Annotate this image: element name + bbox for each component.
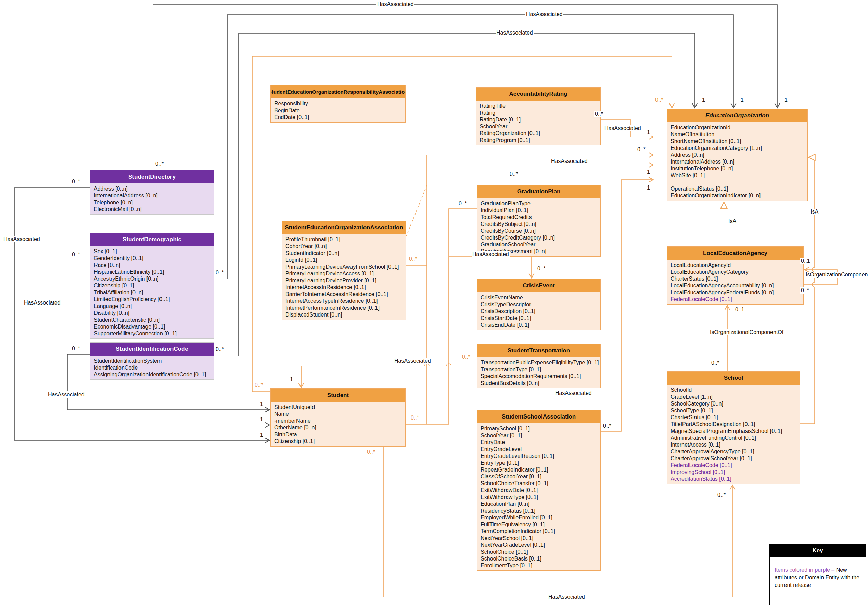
attribute-row: AssigningOrganizationIdentificationCode … bbox=[94, 371, 210, 378]
multiplicity-label: 1 bbox=[740, 97, 744, 103]
attribute-row: GradeLevel [1..n] bbox=[671, 393, 797, 400]
entity-accountability-rating: AccountabilityRatingRatingTitleRatingRat… bbox=[476, 87, 601, 145]
entity-title: StudentIdentificationCode bbox=[90, 342, 214, 356]
attribute-row: TransportationType [0..1] bbox=[480, 366, 597, 373]
attribute-row: InternationalAddress [0..n] bbox=[94, 192, 210, 199]
multiplicity-label: 0..* bbox=[71, 252, 81, 258]
attribute-row: InstitutionTelephone [0..n] bbox=[671, 165, 804, 172]
attribute-row: FederalLocaleCode [0..1] bbox=[671, 296, 800, 303]
entity-school: SchoolSchoolIdGradeLevel [1..n]SchoolCat… bbox=[667, 371, 800, 484]
attribute-row: InternetAccessInResidence [0..1] bbox=[285, 284, 403, 291]
attribute-row: CharterStatus [0..1] bbox=[671, 414, 797, 421]
attribute-row: EducationOrganizationCategory [1..n] bbox=[671, 145, 804, 152]
attribute-row: Disability [0..n] bbox=[94, 310, 210, 317]
attribute-row: Name bbox=[274, 411, 402, 418]
attribute-row: -memberName bbox=[274, 418, 402, 424]
entity-title: GraduationPlan bbox=[477, 185, 600, 198]
attribute-row: LocalEducationAgencyFederalFunds [0..n] bbox=[671, 289, 800, 296]
multiplicity-label: 1 bbox=[701, 97, 706, 103]
multiplicity-label: 0..* bbox=[458, 201, 468, 207]
multiplicity-label: 0..* bbox=[602, 423, 612, 429]
attribute-row: Race [0..n] bbox=[94, 262, 210, 269]
attribute-row: ShortNameOfInstitution [0..1] bbox=[671, 138, 804, 145]
entity-attributes: LocalEducationAgencyIdLocalEducationAgen… bbox=[667, 260, 803, 305]
attribute-row: HispanicLatinoEthnicity [0..1] bbox=[94, 269, 210, 275]
key-box: Key Items colored in purple – New attrib… bbox=[769, 544, 866, 605]
entity-attributes: TransportationPublicExpenseEligibilityTy… bbox=[477, 357, 600, 389]
attribute-row: EducationOrganizationId bbox=[671, 124, 804, 131]
attribute-row: OtherName [0..n] bbox=[274, 424, 402, 431]
attribute-row: BeginDate bbox=[274, 107, 402, 114]
attribute-row: OperationalStatus [0..1] bbox=[671, 186, 804, 192]
entity-title: Student bbox=[271, 389, 405, 402]
attribute-row: StudentCharacteristic [0..n] bbox=[94, 317, 210, 323]
attribute-row: FederalLocaleCode [0..1] bbox=[671, 462, 797, 469]
multiplicity-label: 0..* bbox=[637, 147, 646, 153]
attribute-row: GraduationSchoolYear bbox=[480, 241, 597, 248]
connector-crisisevent bbox=[449, 257, 532, 277]
attribute-row: Telephone [0..n] bbox=[94, 199, 210, 206]
entity-local-education-agency: LocalEducationAgencyLocalEducationAgency… bbox=[667, 246, 804, 305]
attribute-row: TitleIPartASchoolDesignation [0..1] bbox=[671, 421, 797, 428]
attribute-row: TransportationPublicExpenseEligibilityTy… bbox=[480, 359, 597, 366]
connector-student-transportation bbox=[301, 364, 477, 387]
multiplicity-label: 1 bbox=[784, 97, 788, 103]
attribute-row: TermCompletionIndicator [0..1] bbox=[480, 528, 597, 535]
attribute-row: EmployedWhileEnrolled [0..1] bbox=[480, 514, 597, 521]
attribute-row: SchoolChoiceTransfer [0..1] bbox=[480, 480, 597, 487]
multiplicity-label: 0..* bbox=[654, 97, 664, 103]
relationship-label: HasAssociated bbox=[604, 125, 642, 132]
attribute-row: SchoolType [0..1] bbox=[671, 407, 797, 414]
multiplicity-label: 0..1 bbox=[735, 306, 745, 313]
entity-title: StudentEducationOrganizationAssociation bbox=[282, 221, 406, 234]
attribute-row: StudentBusDetails [0..n] bbox=[480, 380, 597, 387]
entity-title: AccountabilityRating bbox=[476, 88, 600, 101]
multiplicity-label: 1 bbox=[259, 401, 264, 407]
attribute-row: EnrollmentType [0..1] bbox=[480, 562, 597, 569]
entity-title: StudentTransportation bbox=[477, 344, 600, 357]
entity-title: StudentDirectory bbox=[90, 170, 214, 183]
attribute-row: LocalEducationAgencyId bbox=[671, 262, 800, 269]
attribute-row: InternetAccessTypeInResidence [0..1] bbox=[285, 298, 403, 305]
entity-title: StudentSchoolAssociation bbox=[477, 410, 600, 423]
relationship-label: HasAssociated bbox=[23, 300, 61, 306]
attribute-row: SupporterMilitaryConnection [0..1] bbox=[94, 330, 210, 337]
multiplicity-label: 0..* bbox=[366, 449, 376, 455]
attribute-row: RatingTitle bbox=[479, 103, 597, 110]
entity-education-organization: EducationOrganizationEducationOrganizati… bbox=[667, 109, 808, 201]
entity-attributes: EducationOrganizationIdNameOfInstitution… bbox=[667, 122, 808, 201]
attribute-row: CharterApprovalAgencyType [0..1] bbox=[671, 448, 797, 455]
attribute-row: MagnetSpecialProgramEmphasisSchool [0..1… bbox=[671, 428, 797, 435]
entity-student-transportation: StudentTransportationTransportationPubli… bbox=[477, 344, 601, 388]
attribute-row: EntryGradeLevelReason [0..1] bbox=[480, 453, 597, 460]
attribute-row: WebSite [0..1] bbox=[671, 172, 804, 179]
attribute-row: SchoolYear bbox=[479, 123, 597, 130]
multiplicity-label: 0..* bbox=[410, 415, 420, 421]
relationship-label: IsOrganizationalComponentOf bbox=[709, 329, 784, 335]
attribute-row: SchoolId bbox=[671, 387, 797, 393]
attribute-row: PrimaryLearningDeviceAwayFromSchool [0..… bbox=[285, 263, 403, 270]
entity-attributes: GraduationPlanTypeIndividualPlan [0..1]T… bbox=[477, 198, 600, 257]
multiplicity-label: 0..* bbox=[254, 382, 264, 388]
multiplicity-label: 1 bbox=[646, 185, 651, 191]
relationship-label: HasAssociated bbox=[394, 358, 432, 364]
relationship-label: HasAssociated bbox=[550, 158, 588, 164]
entity-attributes: RatingTitleRatingRatingDate [0..1]School… bbox=[476, 101, 600, 146]
attribute-row: FullTimeEquivalency [0..1] bbox=[480, 521, 597, 528]
attribute-row: StudentIdentificationSystem bbox=[94, 357, 210, 364]
entity-student-demographic: StudentDemographicSex [0..1]GenderIdenti… bbox=[90, 233, 214, 339]
relationship-label: HasAssociated bbox=[472, 251, 510, 257]
entity-title: CrisisEvent bbox=[477, 279, 600, 292]
attribute-row: EndDate [0..1] bbox=[274, 114, 402, 121]
key-text: Items colored in purple – New attributes… bbox=[770, 557, 866, 599]
attribute-row: Rating bbox=[479, 110, 597, 116]
multiplicity-label: 1 bbox=[289, 376, 294, 382]
attribute-row: CreditsByCreditCategory [0..n] bbox=[480, 234, 597, 241]
attribute-row: CreditsBySubject [0..n] bbox=[480, 221, 597, 227]
connector-student-graduationplan bbox=[449, 209, 477, 424]
multiplicity-label: 0..* bbox=[594, 111, 604, 117]
relationship-label: IsA bbox=[810, 209, 819, 215]
relationship-label: HasAssociated bbox=[496, 30, 533, 36]
attribute-row: CrisisDescription [0..1] bbox=[480, 308, 597, 315]
attribute-row: RatingOrganization [0..1] bbox=[479, 130, 597, 137]
